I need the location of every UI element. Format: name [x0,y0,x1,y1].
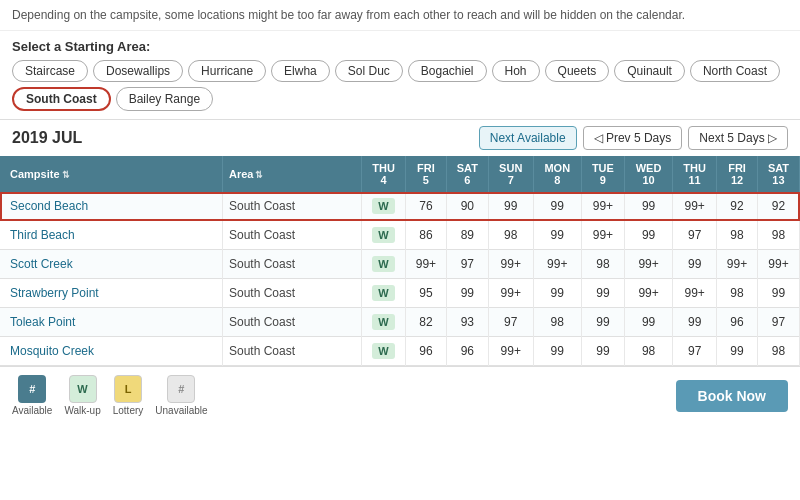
legend-label-lottery: Lottery [113,405,144,416]
cell-4-9: 97 [757,308,799,337]
table-row: Toleak PointSouth CoastW8293979899999996… [0,308,800,337]
col-tue9: TUE9 [581,156,624,192]
legend-item-walkup: WWalk-up [64,375,100,416]
cell-1-8: 98 [717,221,758,250]
table-row: Strawberry PointSouth CoastW959999+99999… [0,279,800,308]
next-available-button[interactable]: Next Available [479,126,577,150]
cell-1-2: 89 [446,221,488,250]
cell-2-3: 99+ [488,250,533,279]
cell-2-5: 98 [581,250,624,279]
cell-4-3: 97 [488,308,533,337]
cell-1-7: 97 [673,221,717,250]
table-body: Second BeachSouth CoastW7690999999+9999+… [0,192,800,366]
legend-badge-available: # [18,375,46,403]
table-row: Mosquito CreekSouth CoastW969699+9999989… [0,337,800,366]
legend-label-available: Available [12,405,52,416]
legend-item-available: #Available [12,375,52,416]
campsite-name-2[interactable]: Scott Creek [0,250,223,279]
cell-3-5: 99 [581,279,624,308]
area-select-section: Select a Starting Area: StaircaseDosewal… [0,31,800,117]
cell-3-8: 98 [717,279,758,308]
col-fri5: FRI5 [406,156,447,192]
cell-5-5: 99 [581,337,624,366]
table-row: Third BeachSouth CoastW8689989999+999798… [0,221,800,250]
campsite-name-0[interactable]: Second Beach [0,192,223,221]
col-thu11: THU11 [673,156,717,192]
campsite-name-3[interactable]: Strawberry Point [0,279,223,308]
area-btn-dosewallips[interactable]: Dosewallips [93,60,183,82]
area-btn-bailey-range[interactable]: Bailey Range [116,87,213,111]
top-notice: Depending on the campsite, some location… [0,0,800,31]
cell-0-9: 92 [757,192,799,221]
campsite-name-1[interactable]: Third Beach [0,221,223,250]
area-btn-north-coast[interactable]: North Coast [690,60,780,82]
cell-5-8: 99 [717,337,758,366]
cell-2-2: 97 [446,250,488,279]
cell-3-7: 99+ [673,279,717,308]
col-sat6: SAT6 [446,156,488,192]
area-btn-staircase[interactable]: Staircase [12,60,88,82]
cell-5-6: 98 [624,337,672,366]
col-sat13: SAT13 [757,156,799,192]
cell-4-2: 93 [446,308,488,337]
area-btn-hurricane[interactable]: Hurricane [188,60,266,82]
month-label: 2019 JUL [12,129,82,147]
cell-2-7: 99 [673,250,717,279]
area-name-0: South Coast [223,192,362,221]
cell-4-0: W [362,308,406,337]
area-btn-hoh[interactable]: Hoh [492,60,540,82]
area-btn-quinault[interactable]: Quinault [614,60,685,82]
area-btn-sol-duc[interactable]: Sol Duc [335,60,403,82]
area-name-1: South Coast [223,221,362,250]
cell-5-3: 99+ [488,337,533,366]
legend: #AvailableWWalk-upLLottery#Unavailable [12,375,208,416]
area-btn-south-coast[interactable]: South Coast [12,87,111,111]
table-row: Scott CreekSouth CoastW99+9799+99+9899+9… [0,250,800,279]
cell-3-3: 99+ [488,279,533,308]
legend-badge-unavailable: # [167,375,195,403]
prev-5-days-button[interactable]: ◁ Prev 5 Days [583,126,683,150]
cell-5-1: 96 [406,337,447,366]
cell-0-3: 99 [488,192,533,221]
cell-0-8: 92 [717,192,758,221]
cell-4-7: 99 [673,308,717,337]
cell-0-0: W [362,192,406,221]
cell-2-0: W [362,250,406,279]
footer: #AvailableWWalk-upLLottery#Unavailable B… [0,366,800,424]
campsite-name-5[interactable]: Mosquito Creek [0,337,223,366]
cell-2-8: 99+ [717,250,758,279]
cell-4-5: 99 [581,308,624,337]
cell-2-4: 99+ [533,250,581,279]
area-btn-elwha[interactable]: Elwha [271,60,330,82]
cell-1-1: 86 [406,221,447,250]
cell-0-5: 99+ [581,192,624,221]
area-buttons-group: StaircaseDosewallipsHurricaneElwhaSol Du… [12,60,788,111]
col-mon8: MON8 [533,156,581,192]
cell-5-9: 98 [757,337,799,366]
cell-5-2: 96 [446,337,488,366]
book-now-button[interactable]: Book Now [676,380,788,412]
area-btn-bogachiel[interactable]: Bogachiel [408,60,487,82]
cell-1-0: W [362,221,406,250]
table-header: Campsite⇅ Area⇅ THU4 FRI5 SAT6 SUN7 MON8… [0,156,800,192]
cell-3-0: W [362,279,406,308]
nav-buttons: Next Available ◁ Prev 5 Days Next 5 Days… [479,126,788,150]
cell-0-4: 99 [533,192,581,221]
area-select-label: Select a Starting Area: [12,39,788,54]
cell-4-8: 96 [717,308,758,337]
cell-1-9: 98 [757,221,799,250]
col-area: Area⇅ [223,156,362,192]
cell-2-9: 99+ [757,250,799,279]
cell-1-3: 98 [488,221,533,250]
next-5-days-button[interactable]: Next 5 Days ▷ [688,126,788,150]
col-sun7: SUN7 [488,156,533,192]
cell-5-4: 99 [533,337,581,366]
cell-2-6: 99+ [624,250,672,279]
cell-3-2: 99 [446,279,488,308]
area-btn-queets[interactable]: Queets [545,60,610,82]
calendar-header: 2019 JUL Next Available ◁ Prev 5 Days Ne… [0,119,800,156]
cell-4-1: 82 [406,308,447,337]
campsite-name-4[interactable]: Toleak Point [0,308,223,337]
cell-5-0: W [362,337,406,366]
col-wed10: WED10 [624,156,672,192]
